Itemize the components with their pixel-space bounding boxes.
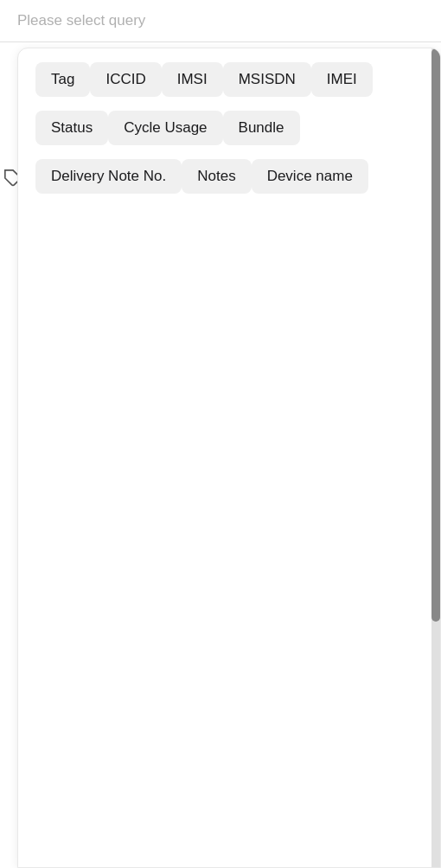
scrollbar-thumb[interactable] [431,48,440,622]
dropdown-item-imei[interactable]: IMEI [311,62,373,97]
dropdown-item-delivery-note-no[interactable]: Delivery Note No. [35,159,182,194]
dropdown-item-bundle[interactable]: Bundle [223,111,300,145]
dropdown-container: TagICCIDIMSIMSISDNIMEIStatusCycle UsageB… [17,48,441,868]
page-container: Please select query L L L L TagICCIDIMSI… [0,0,441,868]
query-placeholder: Please select query [17,12,145,29]
dropdown-item-imsi[interactable]: IMSI [162,62,223,97]
dropdown-item-notes[interactable]: Notes [182,159,251,194]
dropdown-item-tag[interactable]: Tag [35,62,90,97]
dropdown-item-iccid[interactable]: ICCID [90,62,161,97]
dropdown-item-status[interactable]: Status [35,111,108,145]
dropdown-item-cycle-usage[interactable]: Cycle Usage [108,111,222,145]
dropdown-item-device-name[interactable]: Device name [252,159,368,194]
query-select-bar[interactable]: Please select query [0,0,441,42]
scrollbar-track[interactable] [431,48,440,867]
dropdown-scroll-area[interactable]: TagICCIDIMSIMSISDNIMEIStatusCycle UsageB… [18,48,431,867]
dropdown-item-msisdn[interactable]: MSISDN [223,62,311,97]
